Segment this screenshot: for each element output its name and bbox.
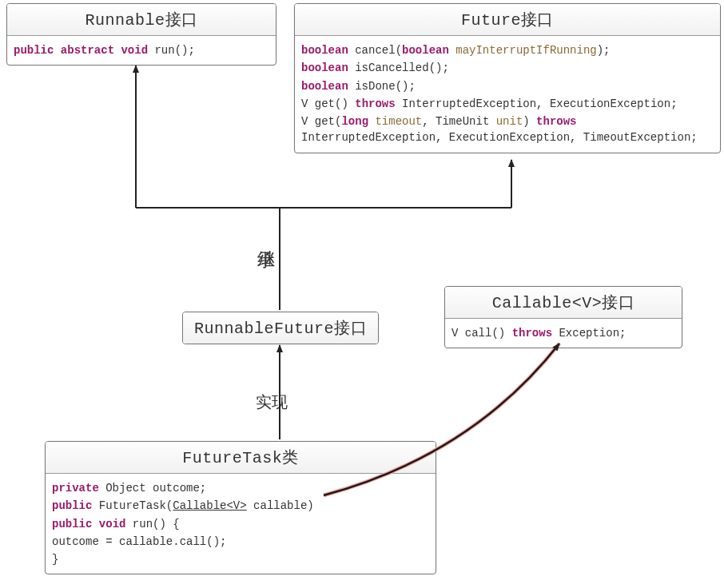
future-title: Future接口 [295,4,720,36]
runnable-line-1: public abstract void run(); [14,42,269,58]
callable-title: Callable<V>接口 [445,287,682,319]
futuretask-title: FutureTask类 [46,442,436,474]
futuretask-line-1: private Object outcome; [52,480,429,496]
future-line-3: boolean isDone(); [301,78,714,94]
future-line-5: V get(long timeout, TimeUnit unit) throw… [301,113,714,146]
futuretask-line-3: public void run() { [52,516,429,532]
future-line-4: V get() throws InterruptedException, Exe… [301,96,714,112]
future-body: boolean cancel(boolean mayInterruptIfRun… [295,36,720,153]
label-implement: 实现 [256,391,288,413]
futuretask-body: private Object outcome; public FutureTas… [46,474,436,574]
callable-line-1: V call() throws Exception; [452,325,675,341]
callable-body: V call() throws Exception; [445,319,682,348]
runnable-interface-box: Runnable接口 public abstract void run(); [6,3,276,66]
callable-interface-box: Callable<V>接口 V call() throws Exception; [444,286,682,348]
future-line-1: boolean cancel(boolean mayInterruptIfRun… [301,42,714,58]
futuretask-line-5: } [52,551,429,567]
runnable-title: Runnable接口 [7,4,276,36]
runnable-body: public abstract void run(); [7,36,276,65]
runnablefuture-title: RunnableFuture接口 [183,312,378,344]
future-interface-box: Future接口 boolean cancel(boolean mayInter… [294,3,721,153]
runnablefuture-interface-box: RunnableFuture接口 [182,312,379,344]
future-line-2: boolean isCancelled(); [301,60,714,76]
futuretask-class-box: FutureTask类 private Object outcome; publ… [45,441,436,574]
futuretask-line-2: public FutureTask(Callable<V> callable) [52,498,429,514]
futuretask-line-4: outcome = callable.call(); [52,534,429,550]
label-inherit: 继承 [254,236,278,239]
